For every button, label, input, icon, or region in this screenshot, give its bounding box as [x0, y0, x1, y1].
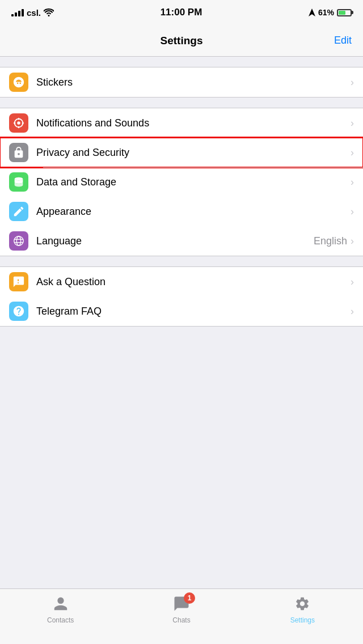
language-icon	[9, 231, 28, 251]
tab-contacts-label: Contacts	[47, 616, 74, 624]
status-left: csl.	[11, 8, 54, 18]
stickers-icon	[9, 73, 28, 92]
ask-icon-svg	[12, 276, 25, 288]
list-group-help: Ask a Question › Telegram FAQ ›	[0, 266, 363, 327]
language-value: English	[314, 235, 347, 247]
language-label: Language	[36, 235, 314, 247]
battery-percent: 61%	[318, 8, 334, 17]
svg-point-1	[17, 121, 20, 125]
stickers-chevron: ›	[351, 77, 354, 88]
carrier-label: csl.	[27, 8, 41, 18]
data-chevron: ›	[351, 176, 354, 188]
settings-item-notifications[interactable]: Notifications and Sounds ›	[0, 108, 363, 138]
tab-chats-label: Chats	[172, 616, 190, 624]
tab-contacts-icon-wrap	[50, 594, 71, 614]
faq-icon	[9, 302, 28, 321]
appearance-chevron: ›	[351, 206, 354, 218]
tab-settings-label: Settings	[290, 616, 315, 624]
svg-point-7	[14, 236, 24, 246]
tab-chats[interactable]: 1 Chats	[121, 594, 242, 624]
wifi-icon	[44, 9, 54, 16]
list-group-stickers: Stickers ›	[0, 67, 363, 98]
settings-tab-icon	[294, 596, 310, 612]
settings-item-privacy[interactable]: Privacy and Security ›	[0, 138, 363, 167]
appearance-icon	[9, 202, 28, 221]
location-icon	[309, 9, 315, 16]
battery-fill	[339, 11, 345, 15]
svg-rect-2	[18, 118, 19, 120]
list-group-main: Notifications and Sounds › Privacy and S…	[0, 108, 363, 256]
page-title: Settings	[161, 35, 203, 47]
settings-item-ask[interactable]: Ask a Question ›	[0, 267, 363, 296]
edit-button[interactable]: Edit	[334, 35, 352, 46]
status-right: 61%	[309, 8, 352, 17]
notifications-icon-svg	[12, 117, 25, 129]
data-label: Data and Storage	[36, 176, 351, 188]
tab-chats-icon-wrap: 1	[171, 594, 192, 614]
settings-item-appearance[interactable]: Appearance ›	[0, 197, 363, 226]
contacts-tab-icon	[53, 596, 69, 612]
settings-item-language[interactable]: Language English ›	[0, 226, 363, 256]
privacy-icon	[9, 143, 28, 162]
chats-badge: 1	[184, 592, 195, 604]
ask-chevron: ›	[351, 276, 354, 288]
battery-icon	[337, 9, 352, 16]
signal-bars	[11, 9, 24, 16]
stickers-icon-svg	[12, 76, 25, 88]
notifications-chevron: ›	[351, 117, 354, 129]
tab-bar: Contacts 1 Chats Settings	[0, 588, 363, 644]
appearance-icon-svg	[12, 205, 25, 218]
stickers-label: Stickers	[36, 77, 351, 88]
ask-label: Ask a Question	[36, 276, 351, 288]
notifications-icon	[9, 113, 28, 133]
svg-rect-4	[14, 122, 16, 124]
section-help: Ask a Question › Telegram FAQ ›	[0, 266, 363, 327]
appearance-label: Appearance	[36, 206, 351, 218]
ask-icon	[9, 272, 28, 291]
faq-label: Telegram FAQ	[36, 306, 351, 317]
faq-chevron: ›	[351, 306, 354, 317]
privacy-label: Privacy and Security	[36, 147, 351, 159]
language-chevron: ›	[351, 235, 354, 247]
privacy-chevron: ›	[351, 147, 354, 159]
section-main-settings: Notifications and Sounds › Privacy and S…	[0, 108, 363, 256]
svg-point-6	[15, 177, 23, 181]
svg-rect-3	[18, 126, 19, 129]
settings-item-faq[interactable]: Telegram FAQ ›	[0, 296, 363, 326]
tab-contacts[interactable]: Contacts	[0, 594, 121, 624]
settings-item-stickers[interactable]: Stickers ›	[0, 67, 363, 97]
status-bar: csl. 11:00 PM 61%	[0, 0, 363, 25]
section-stickers: Stickers ›	[0, 67, 363, 98]
faq-icon-svg	[12, 305, 25, 317]
privacy-icon-svg	[12, 146, 25, 159]
settings-item-data[interactable]: Data and Storage ›	[0, 167, 363, 197]
nav-bar: Settings Edit	[0, 25, 363, 57]
svg-rect-5	[22, 122, 24, 124]
language-icon-svg	[12, 235, 25, 247]
data-icon-svg	[12, 176, 25, 188]
tab-settings[interactable]: Settings	[242, 594, 363, 624]
content: Stickers › Notifications	[0, 67, 363, 383]
status-time: 11:00 PM	[161, 7, 202, 18]
data-icon	[9, 172, 28, 192]
notifications-label: Notifications and Sounds	[36, 117, 351, 129]
tab-settings-icon-wrap	[292, 594, 313, 614]
svg-point-8	[16, 236, 20, 246]
